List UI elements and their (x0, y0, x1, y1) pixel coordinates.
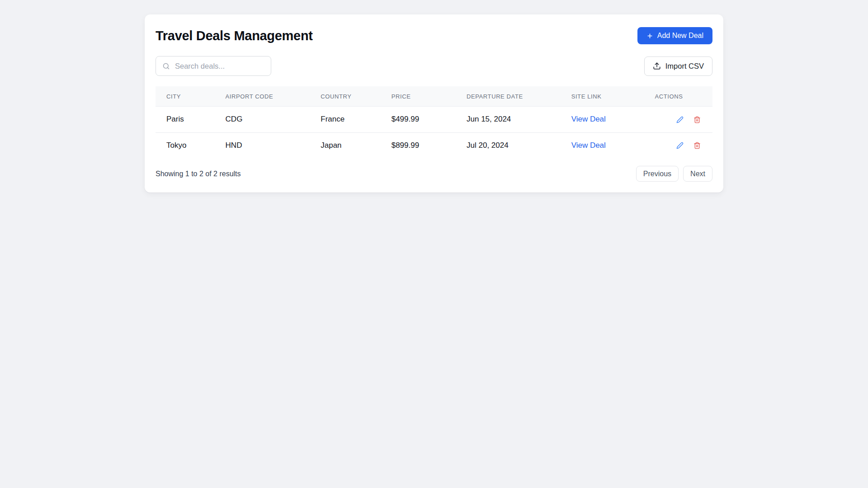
search-input[interactable] (175, 62, 264, 70)
table-header-row: City Airport Code Country Price Departur… (156, 86, 712, 107)
cell-departure-date: Jul 20, 2024 (456, 132, 561, 158)
cell-city: Paris (156, 107, 215, 133)
previous-button[interactable]: Previous (636, 166, 679, 182)
column-header-country: Country (310, 86, 380, 107)
view-deal-link[interactable]: View Deal (571, 141, 606, 150)
delete-deal-button[interactable] (693, 141, 702, 150)
results-summary: Showing 1 to 2 of 2 results (156, 170, 241, 178)
pencil-icon (676, 116, 684, 123)
column-header-site-link: Site Link (561, 86, 644, 107)
travel-deals-card: Travel Deals Management Add New Deal (145, 14, 723, 192)
column-header-price: Price (381, 86, 456, 107)
search-box (156, 56, 271, 76)
edit-deal-button[interactable] (675, 141, 684, 150)
next-button[interactable]: Next (683, 166, 712, 182)
plus-icon (646, 33, 653, 39)
trash-icon (693, 142, 701, 149)
column-header-actions: Actions (644, 86, 712, 107)
cell-country: France (310, 107, 380, 133)
cell-airport-code: CDG (215, 107, 310, 133)
card-footer: Showing 1 to 2 of 2 results Previous Nex… (156, 166, 712, 182)
upload-icon (653, 62, 661, 70)
edit-deal-button[interactable] (675, 115, 684, 124)
cell-price: $899.99 (381, 132, 456, 158)
column-header-departure-date: Departure Date (456, 86, 561, 107)
search-icon (162, 62, 170, 70)
cell-departure-date: Jun 15, 2024 (456, 107, 561, 133)
view-deal-link[interactable]: View Deal (571, 115, 606, 123)
column-header-airport-code: Airport Code (215, 86, 310, 107)
pagination: Previous Next (636, 166, 712, 182)
page-title: Travel Deals Management (156, 28, 313, 43)
toolbar: Import CSV (156, 56, 712, 76)
table-row: Paris CDG France $499.99 Jun 15, 2024 Vi… (156, 107, 712, 133)
cell-price: $499.99 (381, 107, 456, 133)
column-header-city: City (156, 86, 215, 107)
deals-table: City Airport Code Country Price Departur… (156, 86, 712, 158)
pencil-icon (676, 142, 684, 149)
card-header: Travel Deals Management Add New Deal (156, 25, 712, 44)
import-csv-label: Import CSV (665, 62, 704, 70)
trash-icon (693, 116, 701, 123)
import-csv-button[interactable]: Import CSV (644, 56, 712, 76)
add-new-deal-label: Add New Deal (657, 32, 703, 40)
delete-deal-button[interactable] (693, 115, 702, 124)
add-new-deal-button[interactable]: Add New Deal (637, 27, 712, 44)
cell-city: Tokyo (156, 132, 215, 158)
table-row: Tokyo HND Japan $899.99 Jul 20, 2024 Vie… (156, 132, 712, 158)
cell-airport-code: HND (215, 132, 310, 158)
cell-country: Japan (310, 132, 380, 158)
